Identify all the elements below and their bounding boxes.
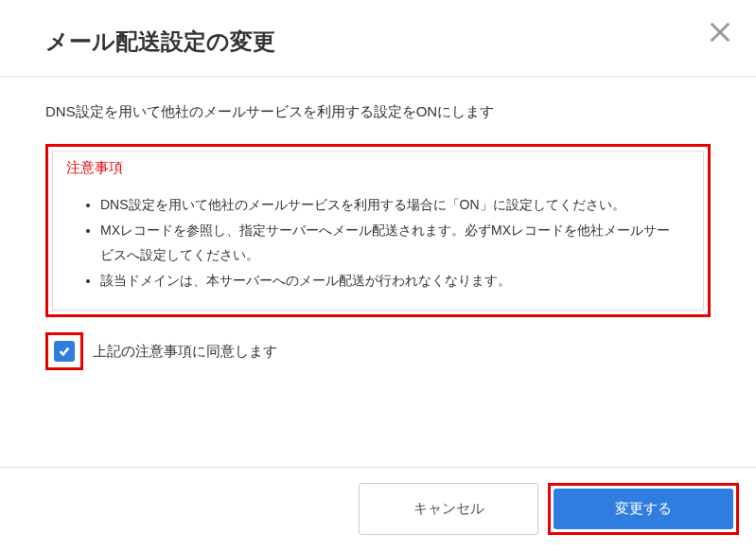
modal-header: メール配送設定の変更 — [0, 0, 756, 77]
submit-button[interactable]: 変更する — [554, 489, 733, 529]
modal-body: DNS設定を用いて他社のメールサービスを利用する設定をONにします 注意事項 D… — [0, 77, 756, 467]
checkbox-highlight-frame — [45, 332, 83, 370]
notice-item: MXレコードを参照し、指定サーバーへメール配送されます。必ずMXレコードを他社メ… — [100, 218, 675, 268]
notice-item: 該当ドメインは、本サーバーへのメール配送が行われなくなります。 — [100, 268, 675, 294]
agree-checkbox[interactable] — [54, 341, 75, 362]
description-text: DNS設定を用いて他社のメールサービスを利用する設定をONにします — [45, 103, 711, 121]
notice-list: DNS設定を用いて他社のメールサービスを利用する場合に「ON」に設定してください… — [53, 181, 703, 310]
cancel-button[interactable]: キャンセル — [359, 483, 538, 535]
modal-dialog: メール配送設定の変更 DNS設定を用いて他社のメールサービスを利用する設定をON… — [0, 0, 756, 552]
close-button[interactable] — [707, 19, 733, 45]
check-icon — [58, 345, 71, 358]
notice-heading: 注意事項 — [53, 151, 703, 181]
close-icon — [707, 19, 733, 45]
notice-item: DNS設定を用いて他社のメールサービスを利用する場合に「ON」に設定してください… — [100, 192, 675, 218]
modal-footer: キャンセル 変更する — [0, 467, 756, 552]
notice-highlight-frame: 注意事項 DNS設定を用いて他社のメールサービスを利用する場合に「ON」に設定し… — [45, 144, 711, 317]
notice-box: 注意事項 DNS設定を用いて他社のメールサービスを利用する場合に「ON」に設定し… — [52, 151, 704, 311]
agree-row: 上記の注意事項に同意します — [45, 332, 711, 370]
submit-highlight-frame: 変更する — [548, 483, 739, 535]
modal-title: メール配送設定の変更 — [45, 27, 711, 57]
agree-label: 上記の注意事項に同意します — [93, 343, 277, 361]
